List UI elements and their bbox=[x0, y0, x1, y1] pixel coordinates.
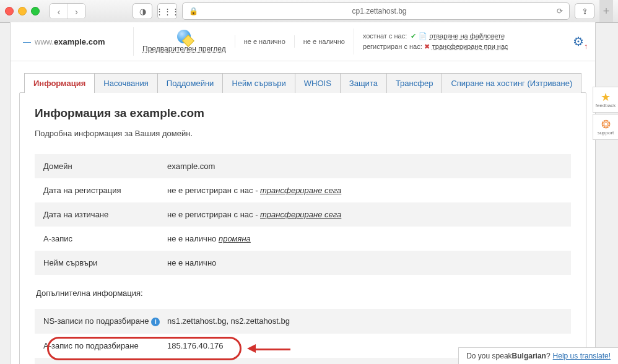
check-icon bbox=[411, 32, 419, 40]
tab-трансфер[interactable]: Трансфер bbox=[387, 73, 443, 93]
new-tab-button[interactable]: + bbox=[599, 0, 613, 22]
tab-нейм-сървъри[interactable]: Нейм сървъри bbox=[223, 73, 295, 93]
domain-header: — www.example.com Предварителен преглед … bbox=[11, 22, 595, 61]
page-subtitle: Подробна информация за Вашия домейн. bbox=[35, 129, 571, 138]
tab-спиране-на-хостинг-изтриване-[interactable]: Спиране на хостинг (Изтриване) bbox=[442, 73, 581, 93]
preview-button[interactable]: Предварителен преглед bbox=[142, 30, 226, 53]
row-key: Домейн bbox=[43, 162, 167, 171]
cross-icon bbox=[424, 43, 432, 50]
row-key: Дата на изтичане bbox=[43, 210, 167, 219]
share-icon: ⇪ bbox=[581, 7, 588, 16]
lifebuoy-icon: ❂ bbox=[601, 119, 611, 130]
window-controls bbox=[5, 7, 40, 15]
domain-label: — www.example.com bbox=[19, 37, 124, 46]
row-value: не е налично промяна bbox=[167, 234, 562, 243]
header-na-1: не е налично bbox=[235, 35, 294, 48]
header-na-2: не е налично bbox=[294, 35, 354, 48]
nav-buttons: ‹ › bbox=[50, 3, 85, 19]
tab-поддомейни[interactable]: Поддомейни bbox=[158, 73, 224, 93]
table-row: Дата на регистрацияне е регистриран с на… bbox=[35, 178, 571, 202]
row-value: example.com bbox=[167, 162, 562, 171]
tab-насочвания[interactable]: Насочвания bbox=[95, 73, 157, 93]
feedback-widget[interactable]: ★ feedback bbox=[593, 87, 618, 113]
row-key: A-запис по подразбиране bbox=[43, 341, 167, 350]
row-key: А-запис bbox=[43, 234, 167, 243]
shield-icon: ◑ bbox=[139, 7, 146, 16]
close-window-icon[interactable] bbox=[5, 7, 14, 15]
row-value: не е регистриран с нас - трансфериране с… bbox=[167, 210, 562, 219]
grid-icon: ⋮⋮⋮ bbox=[155, 7, 180, 16]
star-icon: ★ bbox=[601, 92, 611, 103]
url-text: cp1.zettahost.bg bbox=[202, 7, 557, 15]
row-link[interactable]: промяна bbox=[219, 234, 251, 243]
forward-button[interactable]: › bbox=[67, 4, 85, 19]
translate-bar: Do you speak Bulgarian ? Help us transla… bbox=[458, 347, 618, 364]
page-frame: — www.example.com Предварителен преглед … bbox=[10, 22, 596, 364]
row-key: NS-записи по подразбиранеi bbox=[43, 316, 167, 326]
info-panel: Информация за example.com Подробна инфор… bbox=[19, 92, 586, 364]
additional-label: Допълнителна информация: bbox=[36, 288, 571, 298]
row-link[interactable]: трансфериране сега bbox=[260, 210, 341, 219]
address-bar[interactable]: 🔒 cp1.zettahost.bg ⟳ bbox=[182, 2, 570, 20]
tab-информация[interactable]: Информация bbox=[24, 73, 95, 93]
table-row: Домейнexample.com bbox=[35, 154, 571, 178]
minimize-window-icon[interactable] bbox=[18, 7, 27, 15]
table-row: Дата на изтичанене е регистриран с нас -… bbox=[35, 202, 571, 227]
share-button[interactable]: ⇪ bbox=[575, 3, 594, 19]
collapse-icon[interactable]: — bbox=[23, 37, 31, 46]
table-row: А-записне е налично промяна bbox=[35, 227, 571, 251]
support-widget[interactable]: ❂ support bbox=[593, 114, 618, 140]
maximize-window-icon[interactable] bbox=[31, 7, 40, 15]
transfer-link[interactable]: трансфериране при нас bbox=[432, 43, 508, 50]
row-value: ns1.zettahost.bg, ns2.zettahost.bg bbox=[167, 316, 562, 326]
help-translate-link[interactable]: Help us translate! bbox=[553, 352, 611, 360]
page-title: Информация за example.com bbox=[35, 106, 571, 120]
table-row: NS-записи по подразбиранеins1.zettahost.… bbox=[35, 309, 571, 334]
row-key: Дата на регистрация bbox=[43, 186, 167, 195]
open-files-link[interactable]: отваряне на файловете bbox=[429, 32, 505, 40]
row-value: не е регистриран с нас - трансфериране с… bbox=[167, 186, 562, 195]
lock-icon: 🔒 bbox=[189, 7, 198, 15]
grid-button[interactable]: ⋮⋮⋮ bbox=[157, 3, 177, 19]
folder-icon: 📄 bbox=[419, 32, 427, 40]
back-button[interactable]: ‹ bbox=[50, 4, 67, 19]
info-table: Домейнexample.comДата на регистрацияне е… bbox=[35, 154, 571, 275]
globe-icon bbox=[177, 30, 191, 43]
tab-whois[interactable]: WHOIS bbox=[295, 73, 341, 93]
row-link[interactable]: трансфериране сега bbox=[260, 186, 341, 195]
browser-chrome: ‹ › ◑ ⋮⋮⋮ 🔒 cp1.zettahost.bg ⟳ ⇪ + bbox=[0, 0, 618, 23]
row-key: Нейм сървъри bbox=[43, 258, 167, 267]
table-row: Нейм сървърине е налично bbox=[35, 251, 571, 275]
row-value: не е налично bbox=[167, 258, 562, 267]
preview-link[interactable]: Предварителен преглед bbox=[142, 45, 226, 53]
tab-bar: ИнформацияНасочванияПоддомейниНейм сървъ… bbox=[24, 72, 595, 92]
info-icon[interactable]: i bbox=[151, 318, 160, 326]
tab-защита[interactable]: Защита bbox=[341, 73, 387, 93]
reload-icon[interactable]: ⟳ bbox=[557, 7, 563, 15]
sidebar-toggle-button[interactable]: ◑ bbox=[133, 3, 152, 19]
gear-icon[interactable]: ⚙ bbox=[573, 35, 584, 48]
